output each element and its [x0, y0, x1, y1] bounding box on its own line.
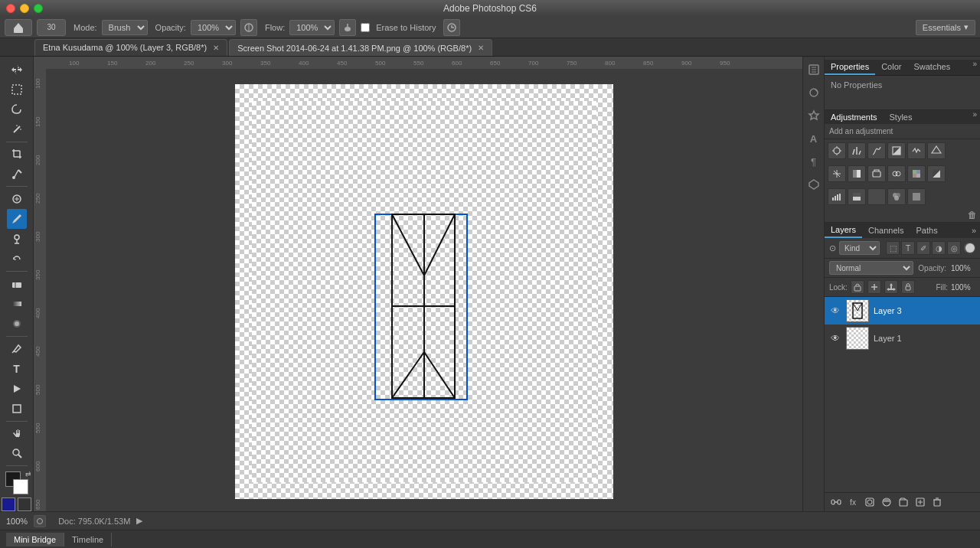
levels-adj-btn[interactable] [848, 142, 866, 159]
smart-filter-btn[interactable]: ◎ [947, 241, 961, 255]
gradient-map-adj-btn[interactable] [867, 188, 886, 205]
layer3-visibility-toggle[interactable]: 👁 [829, 305, 841, 317]
canvas-container[interactable] [46, 69, 802, 511]
selective-color-adj-btn[interactable] [887, 188, 906, 205]
lock-pixels-btn[interactable] [851, 280, 864, 294]
mode-dropdown[interactable]: Brush Pencil Block [102, 20, 148, 35]
mini-bridge-tab[interactable]: Mini Bridge [6, 533, 64, 546]
3d-panel-icon[interactable] [805, 176, 822, 193]
essentials-dropdown[interactable]: Essentials ▾ [916, 20, 975, 35]
lock-all-btn[interactable] [901, 280, 915, 294]
swap-colors-icon[interactable]: ⇄ [25, 470, 31, 478]
new-layer-btn[interactable] [913, 495, 927, 509]
bw-adj-btn[interactable] [848, 165, 866, 182]
doc-tab-2[interactable]: Screen Shot 2014-06-24 at 1.41.38 PM.png… [229, 39, 492, 56]
properties-tab[interactable]: Properties [825, 60, 875, 75]
posterize-adj-btn[interactable] [828, 188, 846, 205]
select-rect-btn[interactable] [7, 80, 27, 99]
erase-to-history-checkbox[interactable] [361, 23, 370, 32]
adjustments-tab[interactable]: Adjustments [825, 110, 884, 124]
color-lookup-adj-btn[interactable] [907, 165, 926, 182]
add-mask-btn[interactable] [863, 495, 877, 509]
quick-mask-btn[interactable] [2, 497, 15, 511]
color-adjustments-icon[interactable] [805, 84, 822, 101]
timeline-tab[interactable]: Timeline [64, 533, 112, 546]
paths-tab[interactable]: Paths [910, 223, 944, 237]
crop-btn[interactable] [7, 145, 27, 164]
delete-adjustment-btn[interactable]: 🗑 [968, 210, 977, 220]
layers-tab[interactable]: Layers [825, 223, 862, 238]
minimize-button[interactable] [20, 4, 29, 13]
lock-move-btn[interactable] [884, 280, 898, 294]
eyedropper-btn[interactable] [7, 165, 27, 184]
shape-btn[interactable] [7, 399, 27, 418]
magic-wand-btn[interactable] [7, 120, 27, 139]
flow-dropdown[interactable]: 100% 75% [289, 20, 335, 35]
filter-toggle[interactable] [964, 243, 975, 253]
properties-expand[interactable]: » [969, 60, 980, 75]
hsl-adj-btn[interactable] [927, 142, 946, 159]
opacity-dropdown[interactable]: 100% 75% 50% [191, 20, 236, 35]
vibrance-adj-btn[interactable] [907, 142, 926, 159]
gradient-btn[interactable] [7, 294, 27, 313]
fill-adj-btn[interactable] [907, 188, 926, 205]
layer1-visibility-toggle[interactable]: 👁 [829, 332, 841, 344]
hand-btn[interactable] [7, 424, 27, 443]
zoom-btn[interactable] [7, 444, 27, 463]
maximize-button[interactable] [34, 4, 43, 13]
type-panel-icon[interactable]: A [805, 130, 822, 147]
history-brush-btn[interactable] [7, 250, 27, 269]
vector-filter-btn[interactable]: ✐ [916, 241, 930, 255]
channel-mixer-adj-btn[interactable] [887, 165, 906, 182]
photo-filter-adj-btn[interactable] [867, 165, 886, 182]
layers-kind-dropdown[interactable]: Kind Name Effect [839, 241, 880, 255]
lasso-btn[interactable] [7, 99, 27, 119]
channels-tab[interactable]: Channels [862, 223, 910, 237]
eraser-btn[interactable] [7, 274, 27, 293]
history-icon[interactable] [443, 19, 460, 36]
layers-panel-expand[interactable]: » [968, 223, 980, 237]
new-adjustment-btn[interactable] [880, 495, 893, 509]
blend-mode-dropdown[interactable]: Normal Multiply Screen Overlay [829, 261, 913, 275]
exposure-adj-btn[interactable] [887, 142, 906, 159]
move-tool-btn[interactable] [7, 60, 27, 79]
swatches-tab[interactable]: Swatches [907, 60, 956, 75]
adjustment-filter-btn[interactable]: ◑ [932, 241, 946, 255]
layer-fx-btn[interactable]: fx [846, 495, 860, 509]
color-swatch-area[interactable]: ⇄ [2, 471, 31, 494]
status-arrow-btn[interactable]: ▶ [136, 516, 142, 526]
airbrush-icon[interactable] [339, 19, 356, 36]
document-canvas[interactable] [235, 84, 613, 499]
layer-item-layer1[interactable]: 👁 Layer 1 [825, 325, 980, 352]
adjustments-expand[interactable]: » [969, 110, 980, 124]
brush-tool-btn[interactable] [7, 209, 27, 228]
doc-tab-2-close[interactable]: ✕ [478, 44, 484, 52]
styles-panel-icon[interactable] [805, 107, 822, 124]
path-select-btn[interactable] [7, 379, 27, 398]
color-balance-adj-btn[interactable] [828, 165, 846, 182]
curves-adj-btn[interactable] [867, 142, 886, 159]
blur-btn[interactable] [7, 315, 27, 334]
pen-btn[interactable] [7, 339, 27, 358]
color-tab[interactable]: Color [875, 60, 907, 75]
text-btn[interactable]: T [7, 359, 27, 378]
doc-tab-1-close[interactable]: ✕ [213, 44, 219, 52]
pixel-filter-btn[interactable]: ⬚ [886, 241, 900, 255]
zoom-options-btn[interactable] [34, 515, 46, 527]
clone-btn[interactable] [7, 230, 27, 249]
brightness-adj-btn[interactable] [828, 142, 846, 159]
eraser-tool-icon[interactable] [5, 19, 32, 36]
standard-mode-btn[interactable] [18, 497, 31, 511]
heal-btn[interactable] [7, 189, 27, 208]
background-color[interactable] [13, 479, 28, 494]
layer-link-btn[interactable] [829, 495, 843, 509]
doc-tab-1[interactable]: Etna Kusudama @ 100% (Layer 3, RGB/8*) ✕ [34, 39, 227, 56]
paragraph-panel-icon[interactable]: ¶ [805, 153, 822, 170]
brush-size-box[interactable]: 30 [37, 19, 66, 36]
close-button[interactable] [6, 4, 15, 13]
invert-adj-btn[interactable] [927, 165, 946, 182]
lock-position-btn[interactable] [867, 280, 881, 294]
threshold-adj-btn[interactable] [848, 188, 866, 205]
brush-settings-icon[interactable] [240, 19, 257, 36]
styles-tab[interactable]: Styles [884, 110, 919, 124]
